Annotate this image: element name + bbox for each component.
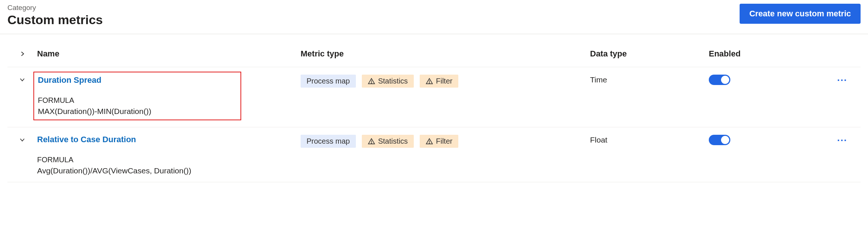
chevron-right-icon (19, 50, 26, 57)
warning-icon (368, 78, 375, 85)
warning-icon (426, 78, 433, 85)
toggle-knob (721, 76, 729, 84)
chevron-down-icon (19, 76, 26, 83)
formula-text: MAX(Duration())-MIN(Duration()) (38, 107, 240, 116)
warning-icon (368, 138, 375, 145)
statistics-pill: Statistics (362, 75, 414, 88)
formula-text: Avg(Duration())/AVG(ViewCases, Duration(… (37, 166, 301, 175)
table-row: Duration Spread FORMULA MAX(Duration())-… (7, 67, 861, 127)
header-left: Category Custom metrics (7, 4, 103, 27)
create-custom-metric-button[interactable]: Create new custom metric (740, 4, 861, 24)
svg-point-3 (429, 82, 429, 83)
data-type-cell: Float (590, 134, 709, 144)
metric-name-link[interactable]: Relative to Case Duration (37, 134, 136, 144)
formula-label: FORMULA (38, 96, 240, 105)
pill-label: Statistics (378, 77, 408, 85)
enabled-cell (709, 74, 828, 85)
formula-label: FORMULA (37, 156, 301, 164)
filter-pill: Filter (420, 135, 458, 148)
expand-all-chevron[interactable] (11, 50, 33, 57)
svg-point-7 (429, 143, 429, 143)
process-map-pill: Process map (301, 135, 356, 148)
data-type-cell: Time (590, 74, 709, 84)
page-header: Category Custom metrics Create new custo… (0, 0, 868, 34)
name-cell: Relative to Case Duration FORMULA Avg(Du… (33, 134, 301, 175)
process-map-pill: Process map (301, 75, 356, 88)
chevron-down-icon (19, 136, 26, 143)
actions-cell: ··· (828, 134, 857, 145)
toggle-knob (721, 136, 729, 144)
warning-icon (426, 138, 433, 145)
column-header-enabled[interactable]: Enabled (709, 49, 828, 59)
pill-label: Process map (307, 137, 350, 146)
table-header-row: Name Metric type Data type Enabled (7, 34, 861, 67)
enabled-toggle[interactable] (709, 135, 730, 145)
category-label: Category (7, 4, 103, 12)
actions-cell: ··· (828, 74, 857, 85)
enabled-toggle[interactable] (709, 75, 730, 85)
more-actions-icon[interactable]: ··· (837, 75, 848, 85)
svg-point-1 (371, 82, 371, 83)
metric-type-cell: Process map Statistics (301, 74, 590, 88)
column-header-name[interactable]: Name (33, 49, 301, 59)
page-title: Custom metrics (7, 13, 103, 27)
more-actions-icon[interactable]: ··· (837, 136, 848, 145)
svg-point-5 (371, 143, 371, 143)
enabled-cell (709, 134, 828, 145)
column-header-metric-type[interactable]: Metric type (301, 49, 590, 59)
pill-label: Statistics (378, 137, 408, 146)
column-header-data-type[interactable]: Data type (590, 49, 709, 59)
expand-row-chevron[interactable] (11, 74, 33, 83)
pill-label: Filter (436, 77, 452, 85)
custom-metrics-table: Name Metric type Data type Enabled Durat… (0, 34, 868, 182)
metric-name-link[interactable]: Duration Spread (38, 75, 101, 85)
pill-label: Process map (307, 77, 350, 85)
metric-type-cell: Process map Statistics (301, 134, 590, 148)
filter-pill: Filter (420, 75, 458, 88)
pill-label: Filter (436, 137, 452, 146)
highlight-annotation: Duration Spread FORMULA MAX(Duration())-… (33, 72, 241, 120)
name-cell: Duration Spread FORMULA MAX(Duration())-… (33, 74, 301, 120)
expand-row-chevron[interactable] (11, 134, 33, 143)
statistics-pill: Statistics (362, 135, 414, 148)
table-row: Relative to Case Duration FORMULA Avg(Du… (7, 127, 861, 182)
